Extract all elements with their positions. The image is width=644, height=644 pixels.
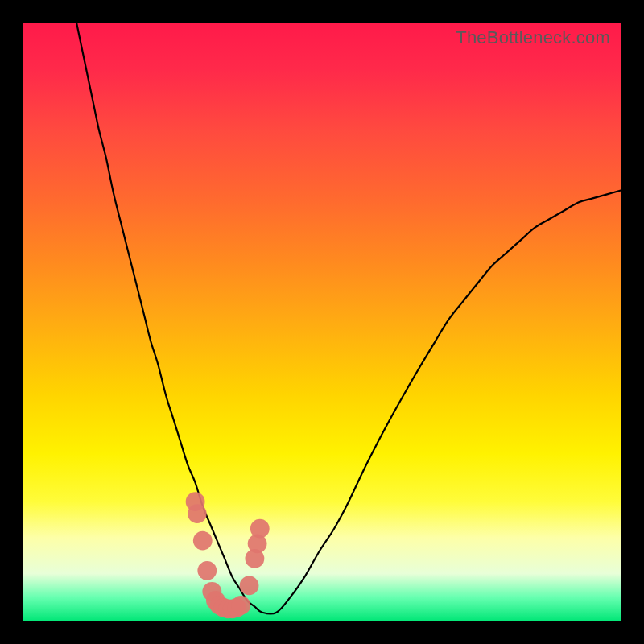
bottleneck-curve: [76, 23, 621, 614]
chart-svg: [23, 23, 621, 621]
marker-layer: [186, 492, 270, 618]
data-marker: [193, 531, 213, 551]
data-marker: [197, 561, 217, 580]
data-marker: [240, 576, 259, 596]
chart-plot-area: TheBottleneck.com: [23, 23, 621, 621]
chart-frame: TheBottleneck.com: [0, 0, 644, 644]
data-marker: [231, 596, 250, 615]
data-marker: [188, 504, 207, 523]
data-marker: [250, 519, 270, 539]
